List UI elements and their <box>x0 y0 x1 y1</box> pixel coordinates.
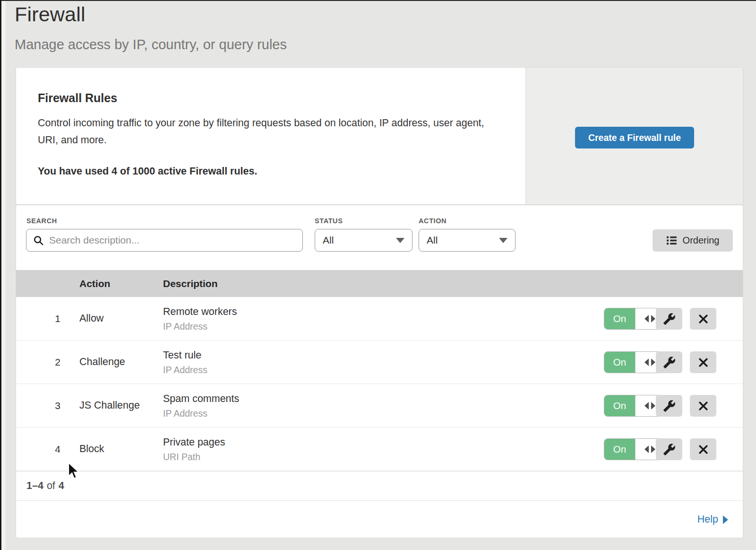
delete-rule-button[interactable] <box>690 351 716 373</box>
toggle-on-label: On <box>604 439 635 460</box>
search-icon <box>33 235 44 246</box>
left-right-arrows-icon <box>651 445 655 453</box>
wrench-icon <box>663 443 676 456</box>
edit-rule-button[interactable] <box>656 438 682 460</box>
window-edge-left-light <box>1 1 6 550</box>
status-dropdown[interactable]: All <box>315 229 412 252</box>
wrench-icon <box>663 313 676 325</box>
rule-action: Block <box>79 428 104 471</box>
toggle-on-label: On <box>604 352 635 373</box>
close-icon <box>697 357 709 368</box>
table-row: 2 Challenge Test rule IP Address On <box>16 340 743 384</box>
ordering-button-label: Ordering <box>683 235 720 246</box>
search-field-wrapper <box>26 229 303 252</box>
window-edge-top <box>0 0 756 1</box>
status-label: STATUS <box>315 217 343 225</box>
left-right-arrows-icon <box>651 358 655 366</box>
left-right-arrows-icon <box>644 402 649 410</box>
rules-table-card: SEARCH STATUS All ACTION All <box>16 205 743 538</box>
pagination-range: 1–4 <box>26 480 43 492</box>
list-icon <box>666 235 677 246</box>
rules-card-title: Firewall Rules <box>38 91 117 105</box>
rules-usage-text: You have used 4 of 1000 active Firewall … <box>38 166 257 177</box>
rule-description: Test rule IP Address <box>163 349 207 375</box>
chevron-down-icon <box>499 238 507 243</box>
action-dropdown[interactable]: All <box>419 229 515 252</box>
column-header-action: Action <box>79 270 110 297</box>
rule-description: Private pages URI Path <box>163 436 225 462</box>
window-edge-left <box>0 0 1 550</box>
firewall-rules-card-aside: Create a Firewall rule <box>525 68 743 204</box>
wrench-icon <box>663 356 676 369</box>
rule-action: JS Challenge <box>79 384 140 427</box>
rule-match-type: IP Address <box>163 364 207 375</box>
page-title: Firewall <box>15 3 86 26</box>
create-firewall-rule-button[interactable]: Create a Firewall rule <box>575 127 694 148</box>
column-header-description: Description <box>163 270 218 297</box>
table-row: 4 Block Private pages URI Path On <box>16 428 743 471</box>
card-footer: Help <box>16 500 743 538</box>
help-link-label: Help <box>697 514 718 525</box>
pagination-separator: of <box>47 480 55 492</box>
delete-rule-button[interactable] <box>690 438 716 460</box>
chevron-down-icon <box>396 238 404 243</box>
rule-description-title: Test rule <box>163 349 207 361</box>
action-label: ACTION <box>419 217 447 225</box>
rule-description: Remote workers IP Address <box>163 306 237 332</box>
rule-action: Challenge <box>79 340 125 384</box>
rule-priority: 4 <box>49 428 66 471</box>
left-right-arrows-icon <box>644 315 649 323</box>
help-link[interactable]: Help <box>697 514 728 525</box>
rule-match-type: IP Address <box>163 408 239 419</box>
left-right-arrows-icon <box>651 402 655 410</box>
search-label: SEARCH <box>26 217 57 225</box>
table-header-row: Action Description <box>16 270 743 297</box>
rule-match-type: URI Path <box>163 451 225 462</box>
rule-description-title: Remote workers <box>163 306 237 317</box>
edit-rule-button[interactable] <box>656 308 682 330</box>
action-dropdown-value: All <box>427 235 438 246</box>
rule-priority: 2 <box>49 340 66 384</box>
rule-description-title: Private pages <box>163 436 225 448</box>
firewall-rules-card: Firewall Rules Control incoming traffic … <box>16 67 743 205</box>
table-row: 3 JS Challenge Spam comments IP Address … <box>16 384 743 428</box>
firewall-page: Firewall Manage access by IP, country, o… <box>0 0 756 550</box>
wrench-icon <box>663 400 676 412</box>
ordering-button[interactable]: Ordering <box>653 229 733 252</box>
close-icon <box>697 444 709 455</box>
rule-match-type: IP Address <box>163 321 237 332</box>
toggle-on-label: On <box>604 395 635 416</box>
help-arrow-icon <box>723 515 728 524</box>
edit-rule-button[interactable] <box>656 395 682 417</box>
pagination: 1–4 of 4 <box>16 471 743 500</box>
left-right-arrows-icon <box>644 445 649 453</box>
status-dropdown-value: All <box>323 235 334 246</box>
pagination-total: 4 <box>59 480 64 492</box>
edit-rule-button[interactable] <box>656 351 682 373</box>
rules-card-description: Control incoming traffic to your zone by… <box>38 114 487 148</box>
rules-table-body: 1 Allow Remote workers IP Address On <box>16 297 743 471</box>
page-subtitle: Manage access by IP, country, or query r… <box>15 37 287 52</box>
rule-description-title: Spam comments <box>163 393 239 404</box>
rule-priority: 3 <box>49 384 66 427</box>
delete-rule-button[interactable] <box>690 308 716 330</box>
table-row: 1 Allow Remote workers IP Address On <box>16 297 743 340</box>
search-input[interactable] <box>49 235 296 246</box>
rule-action: Allow <box>79 297 103 340</box>
left-right-arrows-icon <box>644 358 649 366</box>
rule-description: Spam comments IP Address <box>163 393 239 419</box>
close-icon <box>697 313 709 325</box>
delete-rule-button[interactable] <box>690 395 716 417</box>
toggle-on-label: On <box>604 308 635 329</box>
firewall-rules-card-main: Firewall Rules Control incoming traffic … <box>16 68 525 204</box>
rule-priority: 1 <box>49 297 66 340</box>
close-icon <box>697 400 709 412</box>
left-right-arrows-icon <box>651 315 655 323</box>
